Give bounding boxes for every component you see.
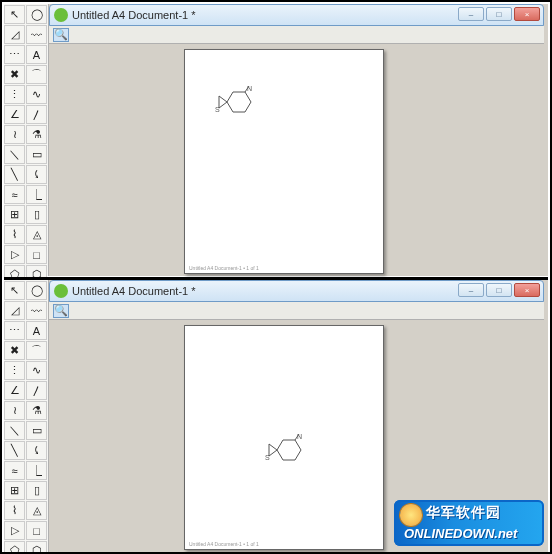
- tool-pent[interactable]: ⬠: [4, 541, 25, 554]
- svg-marker-0: [227, 92, 251, 112]
- atom-n: N: [247, 86, 252, 92]
- tool-line2[interactable]: ╲: [4, 441, 25, 460]
- canvas-page[interactable]: S N Untitled A4 Document-1 • 1 of 1: [184, 49, 384, 274]
- minimize-button[interactable]: –: [458, 7, 484, 21]
- watermark-en-text: ONLINEDOWN.net: [404, 526, 517, 541]
- svg-marker-2: [277, 440, 301, 460]
- tool-delete[interactable]: ✖: [4, 65, 25, 84]
- maximize-button[interactable]: □: [486, 7, 512, 21]
- tool-hex[interactable]: ⬡: [26, 541, 47, 554]
- toolbox: ↖ ◯ ◿ 〰 ⋯ A ✖ ⌒ ⋮ ∿ ∠ 〳 ≀ ⚗ ＼ ▭ ╲ ⤹ ≈ ⎿ …: [4, 280, 49, 552]
- tool-dotted[interactable]: ⋯: [4, 45, 25, 64]
- titlebar[interactable]: Untitled A4 Document-1 * – □ ×: [49, 4, 544, 26]
- tool-wave[interactable]: ≈: [4, 185, 25, 204]
- tool-pointer[interactable]: ↖: [4, 281, 25, 300]
- tool-grid[interactable]: ⊞: [4, 205, 25, 224]
- tool-dotted[interactable]: ⋯: [4, 321, 25, 340]
- tool-text[interactable]: A: [26, 321, 47, 340]
- tool-ring[interactable]: ◬: [26, 225, 47, 244]
- tool-rect[interactable]: ▭: [26, 421, 47, 440]
- tool-hook[interactable]: ⤹: [26, 441, 47, 460]
- tool-sq[interactable]: □: [26, 521, 47, 540]
- tool-brush[interactable]: 〰: [26, 301, 47, 320]
- tool-sq[interactable]: □: [26, 245, 47, 264]
- tool-zig[interactable]: ⌇: [4, 501, 25, 520]
- tool-bend[interactable]: 〳: [26, 105, 47, 124]
- tool-line[interactable]: ＼: [4, 421, 25, 440]
- tool-eraser[interactable]: ◿: [4, 25, 25, 44]
- atom-n: N: [297, 434, 302, 440]
- tool-el[interactable]: ⎿: [26, 185, 47, 204]
- tool-play[interactable]: ▷: [4, 245, 25, 264]
- tool-wave[interactable]: ≈: [4, 461, 25, 480]
- molecule-structure[interactable]: S N: [213, 86, 261, 122]
- tool-lasso[interactable]: ◯: [26, 281, 47, 300]
- watermark-icon: [400, 504, 422, 526]
- atom-s: S: [265, 454, 270, 461]
- tool-hook[interactable]: ⤹: [26, 165, 47, 184]
- maximize-button[interactable]: □: [486, 283, 512, 297]
- tool-bend[interactable]: 〳: [26, 381, 47, 400]
- tool-curve[interactable]: ∿: [26, 85, 47, 104]
- app-icon: [54, 284, 68, 298]
- tool-angle[interactable]: ∠: [4, 381, 25, 400]
- tool-eraser[interactable]: ◿: [4, 301, 25, 320]
- close-button[interactable]: ×: [514, 7, 540, 21]
- tool-brush[interactable]: 〰: [26, 25, 47, 44]
- minimize-button[interactable]: –: [458, 283, 484, 297]
- tool-angle[interactable]: ∠: [4, 105, 25, 124]
- tool-dots[interactable]: ⋮: [4, 361, 25, 380]
- tool-arc[interactable]: ⌒: [26, 65, 47, 84]
- workspace[interactable]: S N Untitled A4 Document-1 • 1 of 1: [49, 44, 544, 272]
- tool-pointer[interactable]: ↖: [4, 5, 25, 24]
- zoom-icon[interactable]: 🔍: [53, 304, 69, 318]
- tool-page[interactable]: ▯: [26, 205, 47, 224]
- tool-dots[interactable]: ⋮: [4, 85, 25, 104]
- option-strip: 🔍: [49, 26, 544, 44]
- option-strip: 🔍: [49, 302, 544, 320]
- tool-chain[interactable]: ≀: [4, 125, 25, 144]
- watermark-badge: 华军软件园 ONLINEDOWN.net: [394, 500, 544, 546]
- window-controls: – □ ×: [458, 7, 540, 21]
- tool-line[interactable]: ＼: [4, 145, 25, 164]
- close-button[interactable]: ×: [514, 283, 540, 297]
- atom-s: S: [215, 106, 220, 113]
- app-icon: [54, 8, 68, 22]
- page-footer: Untitled A4 Document-1 • 1 of 1: [189, 265, 259, 271]
- tool-page[interactable]: ▯: [26, 481, 47, 500]
- tool-el[interactable]: ⎿: [26, 461, 47, 480]
- tool-delete[interactable]: ✖: [4, 341, 25, 360]
- tool-text[interactable]: A: [26, 45, 47, 64]
- window-title: Untitled A4 Document-1 *: [72, 9, 196, 21]
- tool-ring[interactable]: ◬: [26, 501, 47, 520]
- tool-rect[interactable]: ▭: [26, 145, 47, 164]
- tool-flask[interactable]: ⚗: [26, 401, 47, 420]
- toolbox: ↖ ◯ ◿ 〰 ⋯ A ✖ ⌒ ⋮ ∿ ∠ 〳 ≀ ⚗ ＼ ▭ ╲ ⤹ ≈ ⎿ …: [4, 4, 49, 276]
- tool-arc[interactable]: ⌒: [26, 341, 47, 360]
- molecule-structure[interactable]: S N: [263, 434, 311, 470]
- titlebar[interactable]: Untitled A4 Document-1 * – □ ×: [49, 280, 544, 302]
- canvas-page[interactable]: S N Untitled A4 Document-1 • 1 of 1: [184, 325, 384, 550]
- tool-line2[interactable]: ╲: [4, 165, 25, 184]
- chemistry-app-window-top: ↖ ◯ ◿ 〰 ⋯ A ✖ ⌒ ⋮ ∿ ∠ 〳 ≀ ⚗ ＼ ▭ ╲ ⤹ ≈ ⎿ …: [4, 4, 548, 276]
- window-title: Untitled A4 Document-1 *: [72, 285, 196, 297]
- tool-lasso[interactable]: ◯: [26, 5, 47, 24]
- zoom-icon[interactable]: 🔍: [53, 28, 69, 42]
- tool-play[interactable]: ▷: [4, 521, 25, 540]
- page-footer: Untitled A4 Document-1 • 1 of 1: [189, 541, 259, 547]
- watermark-cn-text: 华军软件园: [426, 504, 501, 522]
- tool-curve[interactable]: ∿: [26, 361, 47, 380]
- window-controls: – □ ×: [458, 283, 540, 297]
- tool-grid[interactable]: ⊞: [4, 481, 25, 500]
- tool-chain[interactable]: ≀: [4, 401, 25, 420]
- tool-zig[interactable]: ⌇: [4, 225, 25, 244]
- tool-flask[interactable]: ⚗: [26, 125, 47, 144]
